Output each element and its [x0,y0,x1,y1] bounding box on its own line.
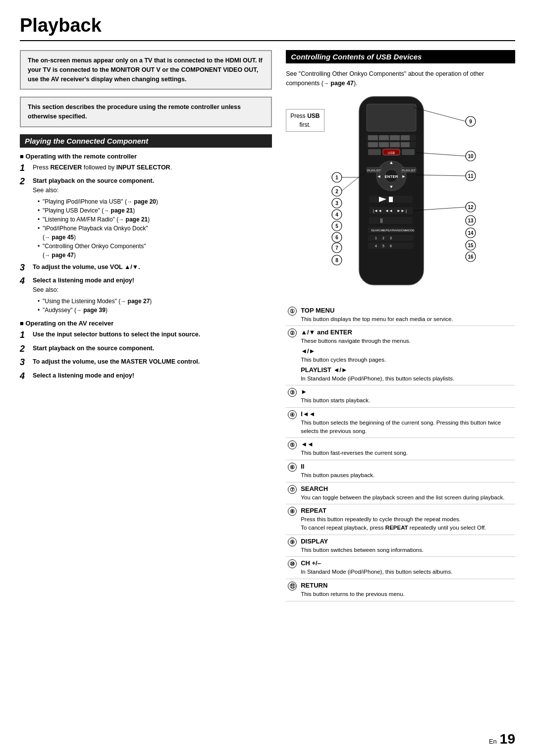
svg-rect-9 [379,142,389,147]
svg-text:1: 1 [375,236,377,240]
btn-desc-pause: This button pauses playback. [301,472,374,478]
svg-text:14: 14 [468,230,474,236]
btn-row-pause: ⑥ II This button pauses playback. [286,460,515,482]
svg-text:►► |: ►► | [397,209,407,213]
svg-text:12: 12 [468,205,474,210]
btn-name-enter: ▲/▼ and ENTER [301,328,513,336]
left-column: The on-screen menus appear only on a TV … [20,50,272,601]
btn-name-search: SEARCH [301,485,513,492]
svg-text:7: 7 [335,245,338,251]
svg-rect-5 [390,135,400,140]
av-step-num-4: 4 [20,371,31,382]
btn-row-return: ⑪ RETURN This button returns to the prev… [286,579,515,601]
svg-rect-8 [368,142,378,147]
remote-container: Press USBfirst. [286,94,515,297]
step-content-2: Start playback on the source component. … [33,176,272,260]
btn-cell-play: ► This button starts playback. [299,385,515,408]
usb-intro: See "Controlling Other Onkyo Components"… [286,69,515,88]
bullet-item: "Playing USB Device" (→ page 21) [38,206,272,215]
av-step-1: 1 Use the input selector buttons to sele… [20,330,272,341]
step-content-3: To adjust the volume, use VOL ▲/▼. [33,263,272,272]
btn-desc-leftright: This button cycles through pages. [301,357,386,363]
svg-text:3: 3 [390,236,392,240]
svg-text:10: 10 [468,154,474,159]
svg-rect-4 [379,135,389,140]
svg-rect-62 [369,217,413,224]
av-step-content-2: Start playback on the source component. [33,344,272,353]
btn-name-leftright: ◄/► [301,347,315,355]
svg-rect-11 [401,142,410,147]
notice-box-2: This section describes the procedure usi… [20,97,272,127]
btn-row-topmenu: ① TOP MENU This button displays the top … [286,304,515,326]
btn-row-enter: ② ▲/▼ and ENTER These buttons navigate t… [286,326,515,385]
btn-num-5: ⑤ [286,438,299,460]
svg-text:◄◄: ◄◄ [385,209,393,213]
btn-cell-return: RETURN This button returns to the previo… [299,579,515,601]
av-step-4: 4 Select a listening mode and enjoy! [20,371,272,382]
btn-num-8: ⑧ [286,504,299,535]
page-number: 19 [500,731,515,747]
btn-name-pause: II [301,463,513,470]
svg-text:2: 2 [382,236,384,240]
btn-desc-play: This button starts playback. [301,397,370,403]
av-step-content-1: Use the input selector buttons to select… [33,330,272,339]
btn-row-ch: ⑩ CH +/– In Standard Mode (iPod/iPhone),… [286,557,515,579]
button-reference-table: ① TOP MENU This button displays the top … [286,304,515,601]
btn-cell-search: SEARCH You can toggle between the playba… [299,482,515,504]
btn-num-1: ① [286,304,299,326]
step-content-4: Select a listening mode and enjoy! See a… [33,276,272,315]
svg-text:4: 4 [335,212,338,217]
svg-rect-46 [389,197,393,202]
page-en-label: En [489,738,497,745]
av-step-content-4: Select a listening mode and enjoy! [33,371,272,380]
btn-desc-search: You can toggle between the playback scre… [301,494,504,500]
btn-num-11: ⑪ [286,579,299,601]
btn-desc-repeat: Press this button repeatedly to cycle th… [301,516,486,531]
svg-rect-6 [401,135,410,140]
btn-row-repeat: ⑧ REPEAT Press this button repeatedly to… [286,504,515,535]
subsection-title-remote: Operating with the remote controller [20,153,272,160]
press-usb-label: Press USBfirst. [286,109,324,132]
svg-text:MODE: MODE [406,229,415,232]
svg-text:5: 5 [335,223,338,229]
btn-num-7: ⑦ [286,482,299,504]
svg-rect-14 [368,149,381,155]
svg-text:8: 8 [335,258,338,263]
btn-name-rew: ◄◄ [301,440,513,448]
av-step-3: 3 To adjust the volume, use the MASTER V… [20,357,272,368]
bullet-item: "Listening to AM/FM Radio" (→ page 21) [38,215,272,224]
step-content-1: Press RECEIVER followed by INPUT SELECTO… [33,163,272,172]
btn-desc-playlist: In Standard Mode (iPod/iPhone), this but… [301,376,454,381]
step-1: 1 Press RECEIVER followed by INPUT SELEC… [20,163,272,174]
svg-text:1: 1 [335,175,338,180]
btn-desc-display: This button switches between song inform… [301,547,424,553]
btn-num-6: ⑥ [286,460,299,482]
btn-name-ch: CH +/– [301,559,513,567]
btn-num-4: ④ [286,407,299,437]
btn-num-2: ② [286,326,299,385]
svg-text:16: 16 [468,254,474,260]
btn-desc-return: This button returns to the previous menu… [301,591,405,597]
btn-row-rew: ⑤ ◄◄ This button fast-reverses the curre… [286,438,515,460]
av-step-2: 2 Start playback on the source component… [20,344,272,355]
svg-text:15: 15 [468,243,474,248]
btn-row-prev: ④ I◄◄ This button selects the beginning … [286,407,515,437]
section-header-playing: Playing the Connected Component [20,134,272,148]
notice-box-1: The on-screen menus appear only on a TV … [20,50,272,90]
svg-text:5: 5 [382,244,384,248]
step-2: 2 Start playback on the source component… [20,176,272,260]
btn-name-play: ► [301,388,513,395]
btn-desc-topmenu: This button displays the top menu for ea… [301,316,453,322]
right-column: Controlling Contents of USB Devices See … [286,50,515,601]
btn-cell-enter: ▲/▼ and ENTER These buttons navigate thr… [299,326,515,385]
bullet-item: "Playing iPod/iPhone via USB" (→ page 20… [38,197,272,206]
step-num-2: 2 [20,176,31,187]
btn-desc-enter: These buttons navigate through the menus… [301,338,411,344]
bullet-item: "Controlling Other Onkyo Components"(→ p… [38,242,272,260]
bullet-item: "Audyssey" (→ page 39) [38,306,272,315]
svg-text:11: 11 [468,173,474,179]
av-step-num-1: 1 [20,330,31,341]
bullet-item: "iPod/iPhone Playback via Onkyo Dock"(→ … [38,224,272,242]
svg-text:PLAYLIST: PLAYLIST [402,169,416,172]
step-num-1: 1 [20,163,31,174]
